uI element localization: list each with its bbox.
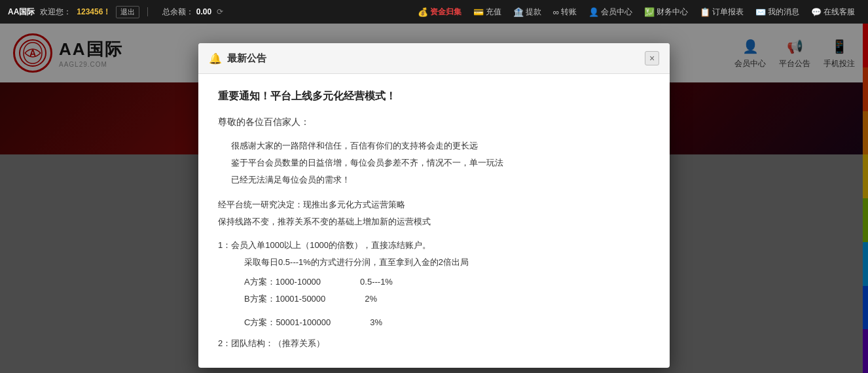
- modal-decision-line-2: 保持线路不变，推荐关系不变的基础上增加新的运营模式: [218, 213, 650, 230]
- online-service-label: 在线客服: [823, 7, 855, 18]
- modal-decision-line-1: 经平台统一研究决定：现推出多元化方式运营策略: [218, 196, 650, 213]
- modal-notice-title: 重要通知！平台上线多元化经营模式！: [218, 90, 650, 103]
- refresh-icon[interactable]: ⟳: [217, 7, 223, 16]
- withdraw-button[interactable]: 🏦 提款: [508, 4, 547, 20]
- modal-sub-line-1: 采取每日0.5---1%的方式进行分润，直至拿到入金的2倍出局: [244, 254, 650, 271]
- modal-title-text: 最新公告: [227, 52, 266, 65]
- message-label: 我的消息: [768, 7, 799, 18]
- withdraw-icon: 🏦: [513, 7, 524, 17]
- modal-overlay: 🔔 最新公告 × 重要通知！平台上线多元化经营模式！ 尊敬的各位百信家人： 很感…: [0, 24, 868, 373]
- online-service-button[interactable]: 💬 在线客服: [806, 4, 860, 20]
- modal-bell-icon: 🔔: [209, 52, 222, 65]
- modal-sub-indent-1: 采取每日0.5---1%的方式进行分润，直至拿到入金的2倍出局 A方案：1000…: [244, 254, 650, 331]
- member-icon: 👤: [588, 7, 599, 17]
- modal-spacer: [244, 308, 650, 314]
- modal-close-button[interactable]: ×: [645, 51, 659, 65]
- modal-greeting: 尊敬的各位百信家人：: [218, 116, 650, 128]
- modal-plan-a-row: A方案：1000-10000 0.5---1%: [244, 274, 650, 291]
- withdraw-label: 提款: [526, 7, 541, 18]
- recharge-icon: 💳: [473, 7, 484, 17]
- modal-item-2: 2：团队结构：（推荐关系）: [218, 335, 650, 352]
- modal-plan-b-row: B方案：10001-50000 2%: [244, 291, 650, 308]
- recharge-label: 充值: [486, 7, 501, 18]
- balance-label: 总余额： 0.00: [162, 7, 211, 18]
- logout-button[interactable]: 退出: [116, 6, 139, 18]
- modal-plan-b-label: B方案：10001-50000: [244, 291, 325, 308]
- modal-content-block: 很感谢大家的一路陪伴和信任，百信有你们的支持将会走的更长远 鉴于平台会员数量的日…: [231, 137, 650, 188]
- transfer-button[interactable]: ∞ 转账: [548, 4, 582, 20]
- top-nav-bar: AA国际 欢迎您： 123456！ 退出 总余额： 0.00 ⟳ 💰 资金归集 …: [0, 0, 868, 24]
- message-icon: ✉️: [755, 7, 766, 17]
- modal-plan-a-label: A方案：1000-10000: [244, 274, 321, 291]
- recharge-fund-button[interactable]: 💰 资金归集: [412, 4, 467, 20]
- finance-icon: 💹: [644, 7, 655, 17]
- modal-body: 重要通知！平台上线多元化经营模式！ 尊敬的各位百信家人： 很感谢大家的一路陪伴和…: [198, 74, 670, 368]
- finance-center-label: 财务中心: [657, 7, 688, 18]
- brand-label: AA国际: [8, 7, 35, 18]
- order-report-label: 订单报表: [712, 7, 744, 18]
- welcome-label: 欢迎您：: [40, 7, 71, 18]
- modal-item-1: 1：会员入单1000以上（1000的倍数），直接冻结账户。: [218, 237, 650, 254]
- modal-plan-c-value: 3%: [370, 314, 382, 331]
- finance-center-button[interactable]: 💹 财务中心: [639, 4, 693, 20]
- divider: [147, 7, 148, 16]
- balance-value: 0.00: [196, 7, 211, 16]
- transfer-label: 转账: [561, 7, 577, 18]
- modal-plan-a-value: 0.5---1%: [360, 274, 393, 291]
- username-label: 123456！: [77, 7, 111, 18]
- modal-plan-c-label: C方案：50001-100000: [244, 314, 331, 331]
- order-icon: 📋: [700, 7, 710, 17]
- modal-title-area: 🔔 最新公告: [209, 52, 266, 65]
- modal-content-line-1: 很感谢大家的一路陪伴和信任，百信有你们的支持将会走的更长远: [231, 137, 650, 154]
- modal-decision-block: 经平台统一研究决定：现推出多元化方式运营策略 保持线路不变，推荐关系不变的基础上…: [218, 196, 650, 230]
- transfer-icon: ∞: [553, 7, 559, 17]
- service-icon: 💬: [811, 7, 822, 17]
- recharge-fund-label: 资金归集: [430, 7, 461, 18]
- top-nav-left: AA国际 欢迎您： 123456！ 退出 总余额： 0.00 ⟳: [8, 6, 223, 18]
- modal-plan-c-row: C方案：50001-100000 3%: [244, 314, 650, 331]
- member-center-button[interactable]: 👤 会员中心: [583, 4, 638, 20]
- modal-plan-b-value: 2%: [365, 291, 377, 308]
- recharge-button[interactable]: 💳 充值: [468, 4, 507, 20]
- modal-content-line-2: 鉴于平台会员数量的日益倍增，每位会员参差不齐，情况不一，单一玩法: [231, 154, 650, 171]
- modal-content-line-3: 已经无法满足每位会员的需求！: [231, 171, 650, 188]
- member-center-label: 会员中心: [601, 7, 632, 18]
- top-nav-actions: 💰 资金归集 💳 充值 🏦 提款 ∞ 转账 👤 会员中心 💹 财务中心 📋 订单…: [412, 4, 860, 20]
- modal-header: 🔔 最新公告 ×: [198, 43, 670, 74]
- fund-icon: 💰: [418, 7, 428, 17]
- order-report-button[interactable]: 📋 订单报表: [695, 4, 749, 20]
- modal-dialog: 🔔 最新公告 × 重要通知！平台上线多元化经营模式！ 尊敬的各位百信家人： 很感…: [198, 43, 670, 368]
- message-button[interactable]: ✉️ 我的消息: [750, 4, 805, 20]
